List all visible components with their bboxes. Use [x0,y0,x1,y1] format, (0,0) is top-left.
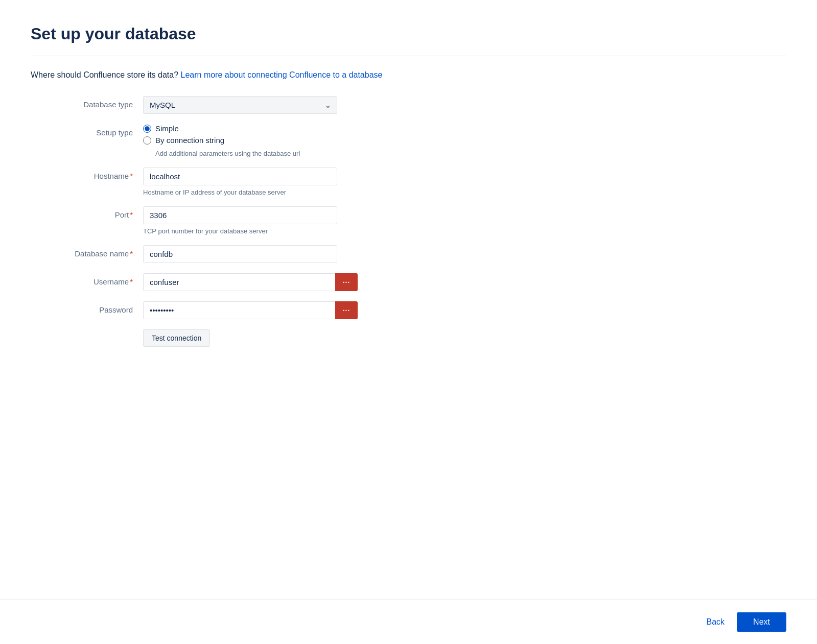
database-name-control [143,245,358,263]
password-row: Password ··· [31,301,786,319]
username-required: * [130,277,133,286]
username-addon-icon: ··· [343,278,351,287]
description-text: Where should Confluence store its data? [31,70,178,79]
hostname-input-wrapper [143,168,358,185]
port-control: TCP port number for your database server [143,206,358,235]
hostname-label: Hostname* [31,168,143,180]
test-connection-empty-label [31,329,143,333]
username-addon-button[interactable]: ··· [335,273,358,291]
setup-type-row: Setup type Simple By connection string A… [31,124,786,157]
hostname-required: * [130,172,133,180]
password-control: ··· [143,301,358,319]
database-type-control: MySQL PostgreSQL Oracle Microsoft SQL Se… [143,96,358,114]
hostname-row: Hostname* Hostname or IP address of your… [31,168,786,196]
database-type-label: Database type [31,96,143,109]
test-connection-button[interactable]: Test connection [143,329,210,347]
database-form: Database type MySQL PostgreSQL Oracle Mi… [31,96,786,563]
bottom-navigation: Back Next [0,600,817,644]
setup-type-radio-group: Simple By connection string Add addition… [143,124,358,157]
password-addon-button[interactable]: ··· [335,301,358,319]
title-divider [31,56,786,56]
port-input[interactable] [143,206,337,224]
connection-string-hint: Add additional parameters using the data… [155,150,358,157]
password-input[interactable] [143,301,337,319]
database-type-select[interactable]: MySQL PostgreSQL Oracle Microsoft SQL Se… [143,96,337,114]
test-connection-control: Test connection [143,329,358,347]
username-control: ··· [143,273,358,291]
hostname-input[interactable] [143,168,337,185]
setup-type-connection-label: By connection string [155,136,224,145]
setup-type-simple-radio[interactable] [143,125,151,133]
setup-type-label: Setup type [31,124,143,137]
database-name-row: Database name* [31,245,786,263]
learn-more-link[interactable]: Learn more about connecting Confluence t… [181,70,383,79]
database-name-input-wrapper [143,245,358,263]
next-button[interactable]: Next [737,612,786,632]
database-name-label: Database name* [31,245,143,258]
setup-type-control: Simple By connection string Add addition… [143,124,358,157]
setup-type-connection-option[interactable]: By connection string [143,136,358,145]
setup-type-connection-radio[interactable] [143,136,151,145]
setup-type-simple-option[interactable]: Simple [143,124,358,133]
password-label: Password [31,301,143,314]
hostname-hint: Hostname or IP address of your database … [143,188,358,196]
description: Where should Confluence store its data? … [31,70,786,80]
username-row: Username* ··· [31,273,786,291]
database-name-input[interactable] [143,245,337,263]
database-name-required: * [130,249,133,258]
password-addon-icon: ··· [343,306,351,315]
database-type-select-wrapper: MySQL PostgreSQL Oracle Microsoft SQL Se… [143,96,337,114]
back-button[interactable]: Back [701,613,731,631]
hostname-control: Hostname or IP address of your database … [143,168,358,196]
port-row: Port* TCP port number for your database … [31,206,786,235]
password-input-wrapper: ··· [143,301,358,319]
port-label: Port* [31,206,143,219]
username-input[interactable] [143,273,337,291]
port-required: * [130,210,133,219]
port-input-wrapper [143,206,358,224]
setup-type-simple-label: Simple [155,124,179,133]
page-title: Set up your database [31,25,786,43]
test-connection-row: Test connection [31,329,786,347]
database-type-row: Database type MySQL PostgreSQL Oracle Mi… [31,96,786,114]
username-label: Username* [31,273,143,286]
port-hint: TCP port number for your database server [143,227,358,235]
username-input-wrapper: ··· [143,273,358,291]
